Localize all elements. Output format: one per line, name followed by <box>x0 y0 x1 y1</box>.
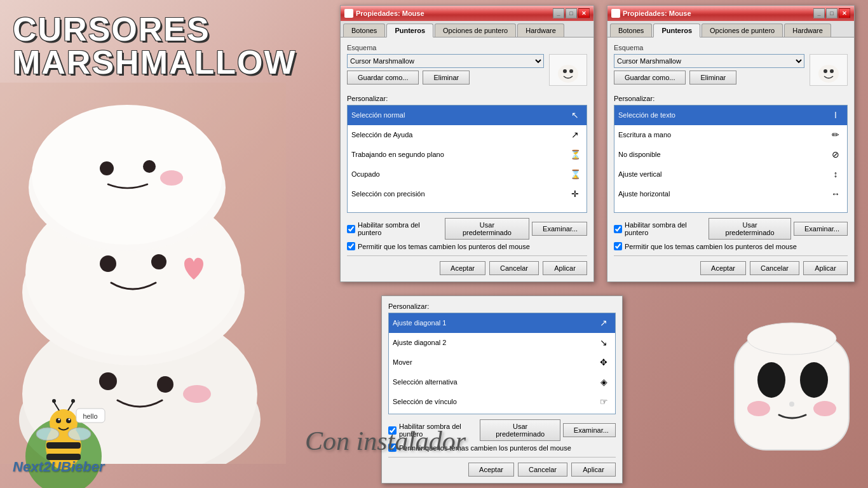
cursor-icon-0: ↖ <box>567 107 583 123</box>
permit-checkbox-row-2: Permitir que los temas cambien los punte… <box>614 242 848 250</box>
scheme-row-2: Cursor Marshmallow <box>614 54 804 68</box>
cursor-icon-2: ⏳ <box>567 147 583 162</box>
tab-1-punteros[interactable]: Punteros <box>386 24 433 37</box>
apply-btn-1[interactable]: Aplicar <box>543 261 587 275</box>
apply-btn-2[interactable]: Aplicar <box>803 261 848 275</box>
svg-point-12 <box>100 161 114 175</box>
close-btn-2[interactable]: ✕ <box>839 8 850 18</box>
cursor-item-1-3[interactable]: Ocupado ⌛ <box>348 165 587 184</box>
dialog-1-titlebar: 🖱 Propiedades: Mouse _ □ ✕ <box>341 6 593 21</box>
cursor-item-3-1[interactable]: Ajuste diagonal 2 ↘ <box>389 333 615 353</box>
right-marshmallow-character <box>722 310 862 469</box>
save-as-btn-1[interactable]: Guardar como... <box>347 71 419 85</box>
minimize-btn-1[interactable]: _ <box>553 8 564 18</box>
svg-point-20 <box>830 69 834 73</box>
maximize-btn-1[interactable]: □ <box>566 8 577 18</box>
cursor-item-3-0[interactable]: Ajuste diagonal 1 ↗ <box>389 313 615 333</box>
accept-btn-2[interactable]: Aceptar <box>700 261 746 275</box>
accept-btn-3[interactable]: Aceptar <box>468 463 514 477</box>
tab-2-botones[interactable]: Botones <box>610 24 652 37</box>
tab-1-opciones[interactable]: Opciones de puntero <box>435 24 516 37</box>
svg-point-41 <box>800 362 828 398</box>
cursor-list-2[interactable]: Selección de texto I Escritura a mano ✏ … <box>614 105 848 213</box>
save-as-btn-2[interactable]: Guardar como... <box>614 71 686 85</box>
tab-1-botones[interactable]: Botones <box>343 24 385 37</box>
examine-btn-2[interactable]: Examinar... <box>794 222 848 236</box>
cursor-icon-3-3: ◈ <box>596 374 611 390</box>
use-default-btn-1[interactable]: Usar predeterminado <box>445 218 529 240</box>
dialog-2-titlebar: 🖱 Propiedades: Mouse _ □ ✕ <box>607 6 854 21</box>
close-btn-1[interactable]: ✕ <box>578 8 590 18</box>
svg-point-8 <box>100 255 116 272</box>
cursor-icon-3: ⌛ <box>567 166 583 182</box>
cursor-icon-3-4: ☞ <box>596 394 611 409</box>
tab-2-punteros[interactable]: Punteros <box>653 24 700 37</box>
examine-btn-1[interactable]: Examinar... <box>532 222 587 236</box>
svg-point-31 <box>52 399 56 403</box>
use-default-btn-3[interactable]: Usar predeterminado <box>480 419 560 441</box>
main-title: CURSORES MARSHMALLOW <box>13 13 297 79</box>
minimize-btn-2[interactable]: _ <box>813 8 825 18</box>
cancel-btn-3[interactable]: Cancelar <box>518 463 567 477</box>
cursor-list-1[interactable]: Selección normal ↖ Selección de Ayuda ↗ … <box>347 105 587 213</box>
permit-checkbox-2[interactable] <box>614 242 622 250</box>
cursor-list-3[interactable]: Ajuste diagonal 1 ↗ Ajuste diagonal 2 ↘ … <box>388 313 616 414</box>
cursor-item-2-3[interactable]: Ajuste vertical ↕ <box>614 165 847 184</box>
maximize-btn-2[interactable]: □ <box>826 8 837 18</box>
scheme-btn-row-2: Guardar como... Eliminar <box>614 71 804 85</box>
svg-point-29 <box>69 419 71 421</box>
cursor-item-1-4[interactable]: Selección con precisión ✛ <box>348 184 587 204</box>
shadow-checkbox-2[interactable] <box>614 225 622 233</box>
cancel-btn-2[interactable]: Cancelar <box>750 261 799 275</box>
use-default-btn-2[interactable]: Usar predeterminado <box>709 218 791 240</box>
scheme-select-1[interactable]: Cursor Marshmallow <box>347 54 544 68</box>
cursor-item-3-3[interactable]: Selección alternativa ◈ <box>389 372 615 392</box>
window-buttons-1: _ □ ✕ <box>553 8 590 18</box>
cursor-icon-3-0: ↗ <box>596 315 611 330</box>
cursor-item-2-1[interactable]: Escritura a mano ✏ <box>614 125 847 145</box>
cursor-icon-2-1: ✏ <box>828 127 843 142</box>
svg-line-32 <box>68 402 73 410</box>
shadow-checkbox-row-1: Habilitar sombra del puntero Usar predet… <box>347 218 587 240</box>
cursor-item-1-0[interactable]: Selección normal ↖ <box>348 105 587 125</box>
svg-rect-23 <box>46 442 81 449</box>
personalize-label-1: Personalizar: <box>347 95 587 102</box>
svg-point-9 <box>151 254 166 269</box>
svg-point-35 <box>68 428 91 440</box>
cursor-item-2-0[interactable]: Selección de texto I <box>614 105 847 125</box>
shadow-checkbox-1[interactable] <box>347 225 355 233</box>
cursor-item-3-4[interactable]: Selección de vínculo ☞ <box>389 392 615 412</box>
delete-btn-1[interactable]: Eliminar <box>423 71 470 85</box>
apply-btn-3[interactable]: Aplicar <box>571 463 616 477</box>
tab-2-opciones[interactable]: Opciones de puntero <box>702 24 783 37</box>
cursor-icon-2-2: ⊘ <box>828 147 843 162</box>
cursor-item-1-1[interactable]: Selección de Ayuda ↗ <box>348 125 587 145</box>
cursor-item-1-2[interactable]: Trabajando en segundo plano ⏳ <box>348 145 587 165</box>
scheme-group-2: Esquema Cursor Marshmallow Guardar como.… <box>614 44 848 90</box>
svg-point-17 <box>569 69 573 73</box>
cancel-btn-1[interactable]: Cancelar <box>489 261 539 275</box>
scheme-btn-row-1: Guardar como... Eliminar <box>347 71 544 85</box>
cursor-icon-2-4: ↔ <box>828 186 843 201</box>
scheme-select-2[interactable]: Cursor Marshmallow <box>614 54 804 68</box>
shadow-label-2: Habilitar sombra del puntero <box>625 221 706 236</box>
delete-btn-2[interactable]: Eliminar <box>689 71 736 85</box>
tab-1-hardware[interactable]: Hardware <box>517 24 564 37</box>
dialog-1-title: Propiedades: Mouse <box>356 10 553 17</box>
cursor-item-2-4[interactable]: Ajuste horizontal ↔ <box>614 184 847 204</box>
permit-checkbox-1[interactable] <box>347 242 355 250</box>
con-instalador-text: Con instalador <box>305 426 466 456</box>
cursor-item-3-2[interactable]: Mover ✥ <box>389 353 615 372</box>
mouse-icon: 🖱 <box>344 9 353 18</box>
mouse-icon-2: 🖱 <box>611 9 620 18</box>
scheme-label-2: Esquema <box>614 44 848 51</box>
svg-point-18 <box>818 65 839 83</box>
tab-2-hardware[interactable]: Hardware <box>784 24 831 37</box>
scheme-preview-1 <box>549 54 587 86</box>
accept-btn-1[interactable]: Aceptar <box>440 261 485 275</box>
cursor-item-2-2[interactable]: No disponible ⊘ <box>614 145 847 165</box>
examine-btn-3[interactable]: Examinar... <box>563 423 616 437</box>
dialog-1-body: Esquema Cursor Marshmallow Guardar como.… <box>341 37 593 281</box>
dialog-2-title: Propiedades: Mouse <box>623 10 813 17</box>
svg-point-28 <box>58 419 60 421</box>
